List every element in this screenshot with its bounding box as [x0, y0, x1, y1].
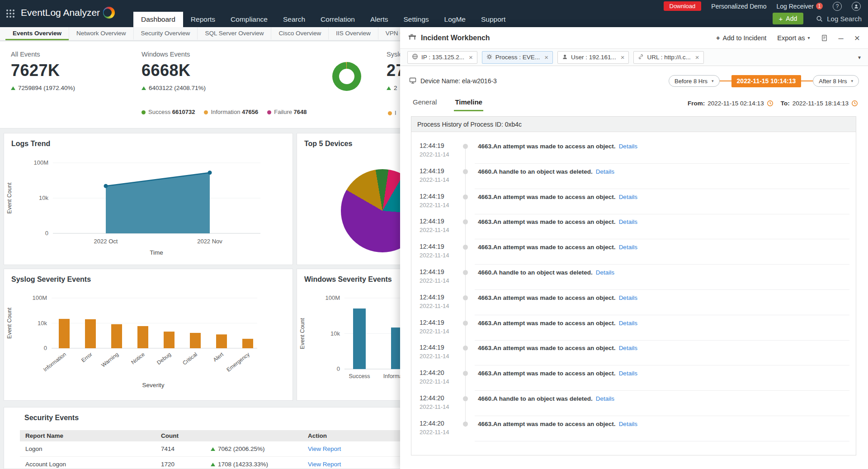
before-hours-label: Before 8 Hrs [675, 78, 708, 85]
details-link[interactable]: Details [619, 244, 637, 251]
workbench-icon [408, 33, 416, 43]
report-delta: 1708 (14233.33%) [211, 461, 308, 468]
add-button[interactable]: +Add [773, 13, 804, 24]
after-hours-dropdown[interactable]: After 8 Hrs▾ [813, 75, 859, 87]
workbench-tab-ip-135-125-2[interactable]: IP : 135.125.2...× [407, 51, 477, 64]
overview-tab-cisco-overview[interactable]: Cisco Overview [271, 27, 328, 40]
minimize-icon[interactable]: – [839, 33, 844, 43]
details-link[interactable]: Details [619, 345, 637, 351]
details-link[interactable]: Details [596, 269, 614, 276]
event-time: 12:44:192022-11-14 [420, 294, 449, 309]
timeline-dot [463, 144, 468, 149]
event-text: 4660.A handle to an object was deleted.D… [478, 269, 614, 276]
nav-item-alerts[interactable]: Alerts [363, 12, 396, 27]
app-logo[interactable]: EventLog Analyzer [21, 7, 115, 19]
windows-events-legend: Success 6610732Information 47656Failure … [142, 109, 307, 115]
main-nav: DashboardReportsComplianceSearchCorrelat… [133, 12, 513, 27]
event-time: 12:44:192022-11-14 [420, 319, 449, 335]
overview-tab-sql-server-overview[interactable]: SQL Server Overview [197, 27, 271, 40]
add-to-incident-button[interactable]: +Add to Incident [716, 34, 766, 42]
chevron-down-icon: ▾ [712, 79, 714, 83]
svg-text:Warning: Warning [100, 351, 119, 368]
event-text: 4663.An attempt was made to access an ob… [478, 194, 637, 200]
up-arrow-icon [211, 463, 215, 466]
nav-item-support[interactable]: Support [473, 12, 513, 27]
details-link[interactable]: Details [619, 218, 637, 225]
export-report-icon[interactable] [821, 34, 828, 42]
overview-tab-security-overview[interactable]: Security Overview [133, 27, 198, 40]
personalized-demo-link[interactable]: Personalized Demo [711, 3, 766, 10]
profile-icon[interactable] [852, 2, 861, 11]
workbench-tab-process-eve[interactable]: Process : EVE...× [482, 51, 553, 64]
chevron-down-icon: ▾ [808, 35, 810, 40]
workbench-tab-user-192-161[interactable]: User : 192.161...× [557, 51, 629, 64]
before-hours-dropdown[interactable]: Before 8 Hrs▾ [669, 75, 720, 87]
logs-trend-panel: Logs Trend 010k100M2022 Oct2022 NovTimeE… [4, 133, 293, 265]
timeline-event-row: 12:44:192022-11-144663.An attempt was ma… [411, 138, 856, 164]
event-time: 12:44:192022-11-14 [420, 218, 449, 233]
tab-close-icon[interactable]: × [695, 53, 699, 61]
log-search-button[interactable]: Log Search [816, 15, 862, 23]
nav-item-logme[interactable]: LogMe [437, 12, 473, 27]
overview-tab-network-overview[interactable]: Network Overview [69, 27, 133, 40]
app-grid-icon[interactable] [5, 9, 15, 19]
nav-item-compliance[interactable]: Compliance [223, 12, 275, 27]
tab-close-icon[interactable]: × [469, 53, 473, 61]
legend-dot [267, 110, 271, 114]
tab-close-icon[interactable]: × [544, 53, 548, 61]
timeline-dot [463, 169, 468, 174]
tab-overflow-caret[interactable]: ▾ [858, 54, 861, 61]
event-date: 2022-11-14 [420, 303, 449, 309]
details-link[interactable]: Details [619, 370, 637, 377]
overview-tab-iis-overview[interactable]: IIS Overview [328, 27, 378, 40]
pivot-time-chip[interactable]: 2022-11-15 10:14:13 [731, 75, 802, 87]
tab-general[interactable]: General [412, 98, 438, 111]
details-link[interactable]: Details [596, 168, 614, 175]
logo-swirl-icon [103, 7, 115, 19]
event-time: 12:44:202022-11-14 [420, 369, 449, 385]
timeline-dot [463, 346, 468, 351]
event-text: 4663.An attempt was made to access an ob… [478, 345, 637, 351]
legend-information: Information 47656 [204, 109, 258, 115]
timeline-event-row: 12:44:192022-11-144660.A handle to an ob… [411, 265, 856, 290]
svg-text:Critical: Critical [181, 351, 198, 366]
help-icon[interactable]: ? [833, 2, 842, 11]
windows-events-donut-chart [332, 62, 361, 91]
svg-text:Severity: Severity [142, 382, 165, 388]
details-link[interactable]: Details [619, 320, 637, 327]
workbench-tab-url-http-i-c[interactable]: URL : http://i.c...× [633, 51, 703, 64]
overview-tab-events-overview[interactable]: Events Overview [5, 27, 69, 40]
details-link[interactable]: Details [619, 421, 637, 427]
timeline-dot [463, 245, 468, 250]
clock-icon[interactable] [851, 100, 858, 107]
details-link[interactable]: Details [619, 143, 637, 150]
export-as-button[interactable]: Export as▾ [777, 34, 810, 42]
timeline-dot [463, 295, 468, 300]
nav-item-settings[interactable]: Settings [396, 12, 437, 27]
tab-timeline[interactable]: Timeline [454, 98, 483, 111]
download-button[interactable]: Download [664, 1, 702, 11]
device-icon [409, 77, 416, 85]
clock-icon[interactable] [767, 100, 774, 107]
svg-text:100M: 100M [33, 159, 48, 166]
tab-close-icon[interactable]: × [621, 53, 625, 61]
event-date: 2022-11-14 [420, 227, 449, 233]
close-icon[interactable]: × [854, 33, 860, 43]
details-link[interactable]: Details [619, 294, 637, 301]
details-link[interactable]: Details [596, 395, 614, 402]
device-name: Device Name: ela-w2016-3 [420, 77, 497, 85]
tab-label: URL : http://i.c... [647, 54, 690, 61]
nav-item-search[interactable]: Search [275, 12, 313, 27]
svg-text:Event Count: Event Count [6, 182, 13, 213]
timeline-dot [463, 194, 468, 199]
logs-trend-chart: 010k100M2022 Oct2022 NovTimeEvent Count [4, 151, 284, 265]
nav-item-dashboard[interactable]: Dashboard [133, 12, 183, 27]
nav-item-correlation[interactable]: Correlation [313, 12, 363, 27]
globe-icon [412, 53, 418, 61]
nav-item-reports[interactable]: Reports [183, 12, 223, 27]
event-date: 2022-11-14 [420, 429, 449, 436]
entity-tab-bar: IP : 135.125.2...×Process : EVE...×User … [400, 49, 868, 66]
svg-text:0: 0 [337, 365, 340, 372]
log-receiver-link[interactable]: Log Receiver1 [777, 3, 823, 10]
details-link[interactable]: Details [619, 194, 637, 200]
